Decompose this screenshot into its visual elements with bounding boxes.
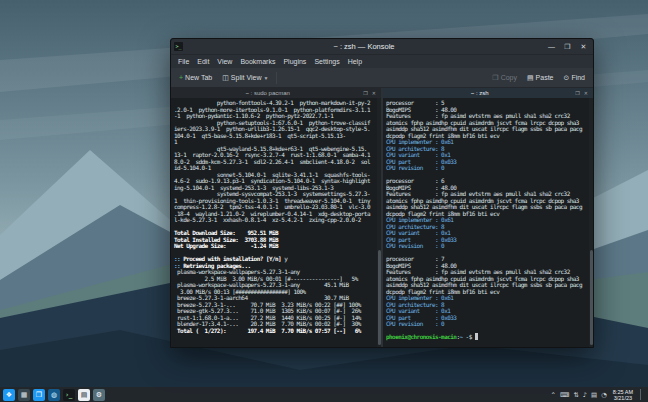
terminal-line: 104.0-1 qt5-base-5.15.8+kde+r183-1 qt5-s… (174, 133, 373, 140)
menu-help[interactable]: Help (344, 58, 366, 65)
split-view-button[interactable]: ◫ Split View ▼ (218, 73, 272, 83)
konsole-app-icon: >_ (174, 42, 183, 51)
minimize-button[interactable]: — (545, 43, 558, 50)
taskbar-apps: ❖▦❒◍›_▤⚙ (3, 389, 105, 401)
paste-label: Paste (536, 74, 554, 81)
pane-left: ~ : sudo pacman ❐ ✕ python-fonttools-4.3… (171, 88, 381, 347)
paste-button[interactable]: ▤ Paste (523, 73, 558, 83)
menu-file[interactable]: File (174, 58, 193, 65)
paste-icon: ▤ (527, 74, 534, 82)
text-editor-icon[interactable]: ▤ (78, 389, 90, 401)
toolbar-separator (276, 72, 277, 84)
terminal-line: Total ( 1/272): 197.4 MiB 7.70 MiB/s 07:… (174, 328, 373, 335)
pane-close-icon[interactable]: ✕ (582, 90, 590, 96)
new-tab-icon: + (179, 74, 183, 81)
menu-bar: FileEditViewBookmarksPluginsSettingsHelp (171, 54, 593, 68)
close-button[interactable]: ✕ (577, 43, 590, 51)
pane-right-title: ~ : zsh (386, 90, 573, 96)
konsole-terminal-icon[interactable]: ›_ (63, 389, 75, 401)
pane-maximize-icon[interactable]: ❐ (361, 90, 369, 96)
taskbar: ❖▦❒◍›_▤⚙ ⌃⌨⇅♪▤◔ 8:25 AM 3/21/23 (0, 387, 648, 402)
menu-bookmarks[interactable]: Bookmarks (236, 58, 279, 65)
show-hidden-icons-icon[interactable]: ⌃ (551, 391, 556, 399)
find-button[interactable]: ⊙ Find (560, 73, 590, 83)
dolphin-file-manager-icon[interactable]: ❒ (33, 389, 45, 401)
clock-date: 3/21/23 (613, 395, 633, 401)
split-view-icon: ◫ (222, 74, 229, 82)
clipboard-icon[interactable]: ▤ (591, 391, 597, 399)
network-icon[interactable]: ⇅ (573, 391, 578, 399)
pane-right-header[interactable]: ~ : zsh ❐ ✕ (383, 88, 593, 98)
split-view-label: Split View (231, 74, 262, 81)
scrollbar-thumb[interactable] (590, 250, 593, 345)
notifications-icon[interactable]: ◔ (601, 391, 607, 399)
virtual-desktop-pager-icon[interactable]: ▦ (18, 389, 30, 401)
copy-button[interactable]: ❐ Copy (488, 73, 521, 83)
copy-icon: ❐ (492, 74, 498, 82)
konsole-window: >_ ~ : zsh — Konsole — ❐ ✕ FileEditViewB… (170, 38, 594, 348)
clock-time: 8:25 AM (613, 389, 633, 395)
find-label: Find (571, 74, 585, 81)
scrollbar-right[interactable] (589, 98, 593, 347)
pane-left-header[interactable]: ~ : sudo pacman ❐ ✕ (171, 88, 381, 98)
system-settings-icon[interactable]: ⚙ (93, 389, 105, 401)
pane-maximize-icon[interactable]: ❐ (573, 90, 581, 96)
maximize-button[interactable]: ❐ (561, 43, 574, 51)
pane-close-icon[interactable]: ✕ (370, 90, 378, 96)
terminal-line: phoenix@chronosis-macin:~ -$ (386, 334, 585, 341)
window-title: ~ : zsh — Konsole (186, 42, 542, 51)
menu-view[interactable]: View (213, 58, 236, 65)
system-tray: ⌃⌨⇅♪▤◔ (551, 391, 607, 399)
pane-left-title: ~ : sudo pacman (174, 90, 361, 96)
pane-right: ~ : zsh ❐ ✕ processor : 5BogoMIPS : 48.0… (381, 88, 593, 347)
chevron-down-icon: ▼ (263, 75, 268, 81)
menu-edit[interactable]: Edit (193, 58, 213, 65)
keyboard-layout-icon[interactable]: ⌨ (560, 391, 569, 399)
split-terminal-area: ~ : sudo pacman ❐ ✕ python-fonttools-4.3… (171, 88, 593, 347)
clock[interactable]: 8:25 AM 3/21/23 (610, 389, 636, 401)
menu-plugins[interactable]: Plugins (279, 58, 310, 65)
new-tab-label: New Tab (185, 74, 212, 81)
toolbar: + New Tab ◫ Split View ▼ ❐ Copy ▤ Paste … (171, 68, 593, 88)
terminal-output-pacman[interactable]: python-fonttools-4.39.2-1 python-markdow… (171, 98, 381, 347)
application-launcher-icon[interactable]: ❖ (3, 389, 15, 401)
terminal-output-zsh[interactable]: processor : 5BogoMIPS : 48.00Features : … (383, 98, 593, 347)
menu-settings[interactable]: Settings (310, 58, 343, 65)
web-browser-icon[interactable]: ◍ (48, 389, 60, 401)
find-icon: ⊙ (564, 74, 570, 82)
terminal-line: l-kde-5.27.3-1 xxhash-0.8.1-4 xz-5.4.2-1… (174, 217, 373, 224)
volume-icon[interactable]: ♪ (583, 391, 587, 399)
copy-label: Copy (501, 74, 517, 81)
window-titlebar[interactable]: >_ ~ : zsh — Konsole — ❐ ✕ (171, 39, 593, 54)
show-desktop-button[interactable] (640, 389, 645, 400)
new-tab-button[interactable]: + New Tab (175, 73, 216, 82)
